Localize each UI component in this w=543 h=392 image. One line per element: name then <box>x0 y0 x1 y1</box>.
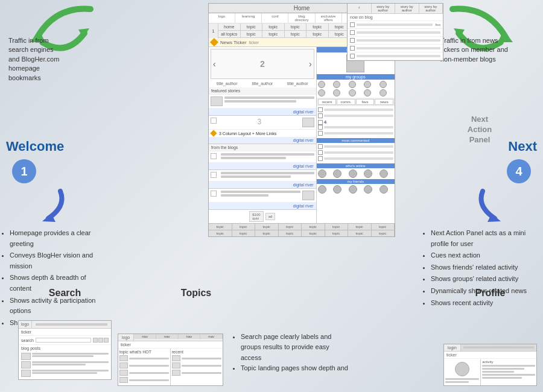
footer2-t8: topic <box>372 230 395 236</box>
wf-nav-t4: topic <box>306 24 329 30</box>
featured-stories-label: featured stories <box>209 87 316 95</box>
welcome-section: Welcome 1 Homepage provides a clear gree… <box>0 139 106 329</box>
search-wf-search-row: search <box>19 336 111 345</box>
wf-step1: 1 <box>209 24 218 38</box>
topics-wf-header: logo nav nav nav nav <box>118 334 223 341</box>
activity-rows: 4 <box>317 106 395 138</box>
rwf-row-2 <box>348 29 443 37</box>
author-row: title_author title_author title_author <box>211 81 314 86</box>
welcome-blue-arrow-icon <box>18 188 66 224</box>
footer2-t3: topic <box>255 230 279 236</box>
blog-story-row-3 <box>209 189 316 203</box>
digital-river-2: digital river <box>209 137 316 144</box>
topic-right-item-2 <box>172 362 222 368</box>
carousel-right-arrow-icon: › <box>307 59 314 69</box>
ad-quiz: $100quiz <box>249 211 263 222</box>
carousel-number: 2 <box>218 59 307 69</box>
story-check-2 <box>211 118 217 124</box>
rwf-nav: ‹ story by author story by author story … <box>348 4 443 14</box>
topics-left: topic what's HOT <box>118 349 171 385</box>
post-img-3 <box>21 370 31 377</box>
rwf-row-1: foo <box>348 21 443 29</box>
next-title: Next <box>422 139 543 154</box>
topics-bullets: Search page clearly labels and groups re… <box>232 332 350 374</box>
rwf-arrow: ‹ <box>348 4 372 13</box>
footer-t6: topic <box>325 224 349 230</box>
footer-t3: topic <box>255 224 279 230</box>
from-blogs-label: from the blogs <box>209 144 316 151</box>
topics-wf-nav: nav nav nav nav <box>134 334 223 341</box>
footer-row: topic topic topic topic topic topic topi… <box>209 223 395 230</box>
activity-tabs: recent comm. favs news <box>317 98 395 106</box>
author3: title_author <box>281 81 314 86</box>
next-blue-arrow-icon <box>477 188 525 224</box>
search-label: search <box>21 338 34 343</box>
most-commented-rows <box>317 143 395 163</box>
tab-news: news <box>375 99 393 105</box>
story-row-2: 3 <box>209 116 316 130</box>
next-bullet-6: Shows recent activity <box>431 298 543 309</box>
story-img-1 <box>211 96 223 106</box>
topics-list-label: topic what's HOT <box>119 350 169 354</box>
profile-wf-right: activity <box>481 359 536 385</box>
next-bullet-3: Shows friends' related activity <box>431 262 543 273</box>
footer2-t4: topic <box>279 230 302 236</box>
rwf-story-by-author-2: story by author <box>395 4 419 13</box>
search-input-field[interactable] <box>36 338 91 343</box>
search-wf-nav <box>32 321 111 328</box>
story-row-1 <box>209 95 316 109</box>
topic-right-item-3 <box>172 370 222 376</box>
traffic-left-text: Traffic in fromsearch enginesand BlogHer… <box>8 36 93 83</box>
author1: title_author <box>211 81 244 86</box>
footer2-t6: topic <box>325 230 349 236</box>
wf-nav2-all: all topics <box>218 31 241 37</box>
search-wf-ticker: ticker <box>19 329 111 336</box>
digital-river-1: digital river <box>209 109 316 116</box>
search-btn-2[interactable] <box>98 338 103 343</box>
ticker-label: News Ticker <box>220 40 247 45</box>
rwf-row-3 <box>348 37 443 45</box>
search-btn-1[interactable] <box>93 338 98 343</box>
topics-content: topic what's HOT recent <box>118 349 223 385</box>
col-layout-text: 3 Column Layout + More Links <box>219 131 276 136</box>
topics-right-label: recent <box>172 350 222 354</box>
digital-river-4: digital river <box>209 182 316 189</box>
footer2-t7: topic <box>348 230 372 236</box>
topic-item-2 <box>119 362 169 368</box>
topic-item-4 <box>119 377 169 383</box>
topics-wireframe: logo nav nav nav nav ticker topic what's… <box>118 334 223 386</box>
search-wf-header: logo <box>19 321 111 329</box>
friends-grid <box>317 184 395 195</box>
next-section: Next 4 Next Action Panel acts as a mini … <box>422 139 543 309</box>
digital-river-5: digital river <box>209 203 316 210</box>
blog-posts-rows <box>19 352 111 379</box>
profile-wf-nav <box>461 344 536 351</box>
footer2-t1: topic <box>209 230 232 236</box>
wf-exclusive-cell: exclusiveoffers <box>316 13 342 23</box>
topic-item-3 <box>119 370 169 376</box>
profile-wf-left <box>444 359 481 385</box>
blog-posts-label: blog posts <box>19 345 111 352</box>
wf-nav-t3: topic <box>285 24 307 30</box>
footer-t2: topic <box>232 224 256 230</box>
welcome-badge: 1 <box>12 159 36 183</box>
search-section-title: Search <box>18 288 112 299</box>
welcome-bullets: Homepage provides a clear greeting Conve… <box>0 228 106 328</box>
profile-wf-logo: login <box>444 344 461 351</box>
topics-nav-4: nav <box>200 334 223 339</box>
ad-box: ad <box>265 213 276 220</box>
traffic-right-text: Traffic in from newstickers on member an… <box>440 36 537 64</box>
welcome-title: Welcome <box>0 139 106 154</box>
tab-recent: recent <box>318 99 337 105</box>
profile-wf-header: login <box>444 344 536 352</box>
footer-row-2: topic topic topic topic topic topic topi… <box>209 230 395 236</box>
footer-t5: topic <box>302 224 325 230</box>
topics-bullet-2: Topic landing pages show depth and <box>241 363 350 374</box>
wf-nav2-t3: topic <box>285 31 307 37</box>
search-wf-logo: logo <box>19 321 32 328</box>
search-btn-3[interactable] <box>104 338 109 343</box>
ticker-sub: ticker <box>249 40 259 45</box>
wf-logo-cell: logo <box>209 13 235 23</box>
col-layout-diamond-icon <box>210 130 217 136</box>
topics-nav-3: nav <box>179 334 201 339</box>
